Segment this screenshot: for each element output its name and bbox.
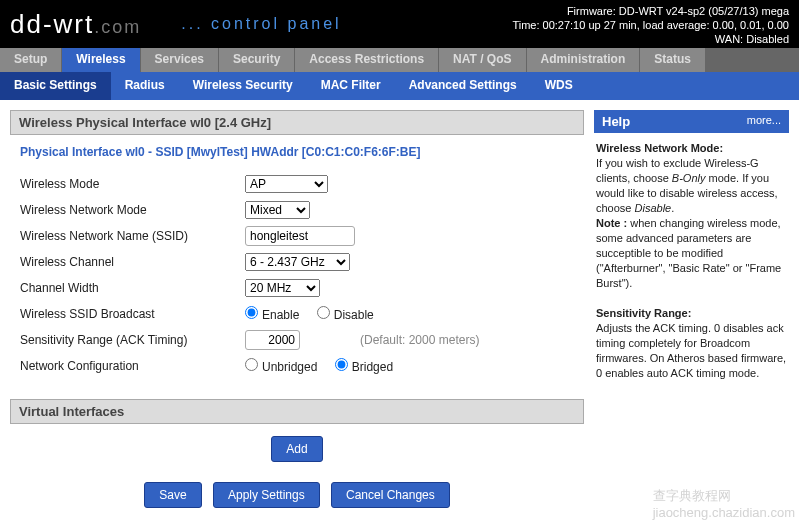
add-button[interactable]: Add	[271, 436, 322, 462]
sub-tabs: Basic Settings Radius Wireless Security …	[0, 72, 799, 100]
virtual-heading: Virtual Interfaces	[10, 399, 584, 424]
channel-width-label: Channel Width	[20, 281, 245, 295]
channel-width-select[interactable]: 20 MHz	[245, 279, 320, 297]
tab-administration[interactable]: Administration	[527, 48, 640, 72]
ssid-input[interactable]	[245, 226, 355, 246]
logo-text: dd-wrt	[10, 9, 94, 39]
help-panel: Help more... Wireless Network Mode: If y…	[594, 110, 789, 520]
tab-security[interactable]: Security	[219, 48, 294, 72]
help-p1d: Disable	[635, 202, 672, 214]
firmware-line: Firmware: DD-WRT v24-sp2 (05/27/13) mega	[512, 4, 789, 18]
channel-label: Wireless Channel	[20, 255, 245, 269]
ssid-label: Wireless Network Name (SSID)	[20, 229, 245, 243]
unbridged-label: Unbridged	[262, 360, 317, 374]
tab-wireless[interactable]: Wireless	[62, 48, 139, 72]
header-bar: dd-wrt.com ... control panel Firmware: D…	[0, 0, 799, 48]
help-h2: Sensitivity Range:	[596, 307, 691, 319]
wireless-mode-label: Wireless Mode	[20, 177, 245, 191]
broadcast-disable-radio[interactable]	[317, 306, 330, 319]
network-mode-select[interactable]: Mixed	[245, 201, 310, 219]
help-p1b: B-Only	[672, 172, 706, 184]
control-panel-label: ... control panel	[181, 15, 341, 33]
subtab-radius[interactable]: Radius	[111, 72, 179, 100]
subtab-wds[interactable]: WDS	[531, 72, 587, 100]
apply-button[interactable]: Apply Settings	[213, 482, 320, 508]
network-mode-label: Wireless Network Mode	[20, 203, 245, 217]
wireless-mode-select[interactable]: AP	[245, 175, 328, 193]
subtab-basic-settings[interactable]: Basic Settings	[0, 72, 111, 100]
logo-domain: .com	[94, 17, 141, 37]
cancel-button[interactable]: Cancel Changes	[331, 482, 450, 508]
time-line: Time: 00:27:10 up 27 min, load average: …	[512, 18, 789, 32]
fieldset-title: Physical Interface wl0 - SSID [MwylTest]…	[20, 145, 574, 159]
help-title: Help	[602, 114, 630, 129]
help-p1e: .	[671, 202, 674, 214]
help-h1: Wireless Network Mode:	[596, 142, 723, 154]
help-note-lbl: Note :	[596, 217, 627, 229]
netcfg-label: Network Configuration	[20, 359, 245, 373]
broadcast-enable-radio[interactable]	[245, 306, 258, 319]
section-heading: Wireless Physical Interface wl0 [2.4 GHz…	[10, 110, 584, 135]
subtab-wireless-security[interactable]: Wireless Security	[179, 72, 307, 100]
save-button[interactable]: Save	[144, 482, 201, 508]
unbridged-radio[interactable]	[245, 358, 258, 371]
bridged-label: Bridged	[352, 360, 393, 374]
wan-line: WAN: Disabled	[512, 32, 789, 46]
tab-access-restrictions[interactable]: Access Restrictions	[295, 48, 438, 72]
enable-label: Enable	[262, 308, 299, 322]
main-panel: Wireless Physical Interface wl0 [2.4 GHz…	[10, 110, 584, 520]
tab-nat-qos[interactable]: NAT / QoS	[439, 48, 525, 72]
status-readout: Firmware: DD-WRT v24-sp2 (05/27/13) mega…	[512, 4, 789, 46]
bridged-radio[interactable]	[335, 358, 348, 371]
sensitivity-label: Sensitivity Range (ACK Timing)	[20, 333, 245, 347]
help-p2: Adjusts the ACK timing. 0 disables ack t…	[596, 322, 786, 379]
subtab-mac-filter[interactable]: MAC Filter	[307, 72, 395, 100]
sensitivity-default: (Default: 2000 meters)	[360, 333, 479, 347]
tab-services[interactable]: Services	[141, 48, 218, 72]
ssid-broadcast-label: Wireless SSID Broadcast	[20, 307, 245, 321]
sensitivity-input[interactable]	[245, 330, 300, 350]
help-heading: Help more...	[594, 110, 789, 133]
logo: dd-wrt.com	[10, 9, 141, 40]
disable-label: Disable	[334, 308, 374, 322]
subtab-advanced-settings[interactable]: Advanced Settings	[395, 72, 531, 100]
tab-status[interactable]: Status	[640, 48, 705, 72]
tab-setup[interactable]: Setup	[0, 48, 61, 72]
channel-select[interactable]: 6 - 2.437 GHz	[245, 253, 350, 271]
help-more-link[interactable]: more...	[747, 114, 781, 129]
main-tabs: Setup Wireless Services Security Access …	[0, 48, 799, 72]
